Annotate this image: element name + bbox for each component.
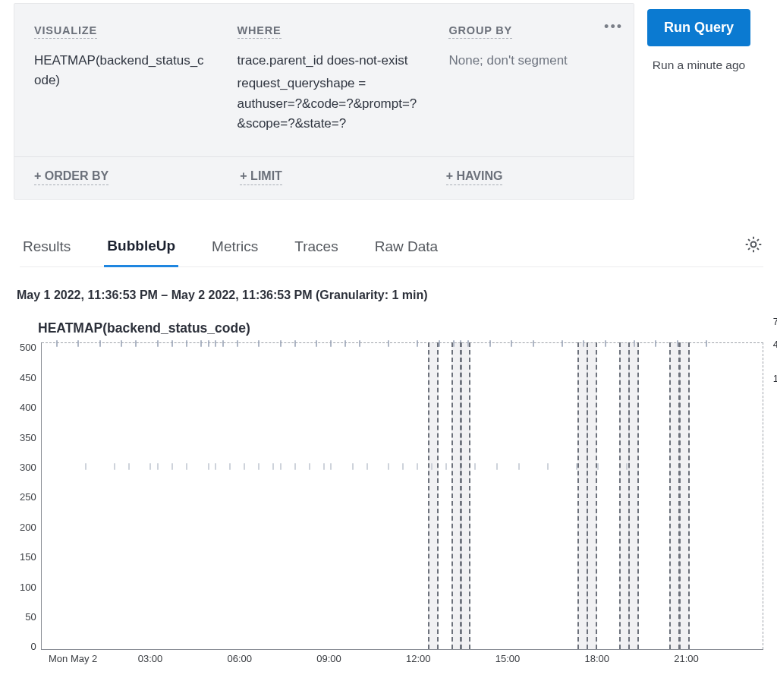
where-line-1: trace.parent_id does-not-exist	[238, 51, 419, 71]
chart-title: HEATMAP(backend_status_code)	[38, 320, 763, 336]
tab-metrics[interactable]: Metrics	[209, 231, 261, 266]
where-column[interactable]: WHERE trace.parent_id does-not-exist req…	[238, 24, 419, 134]
add-limit[interactable]: + LIMIT	[240, 169, 282, 185]
svg-point-0	[751, 242, 757, 248]
time-range: May 1 2022, 11:36:53 PM – May 2 2022, 11…	[17, 289, 763, 302]
tab-rawdata[interactable]: Raw Data	[372, 231, 441, 266]
query-builder: VISUALIZE HEATMAP(backend_status_code) W…	[14, 3, 634, 200]
tab-bubbleup[interactable]: BubbleUp	[104, 230, 178, 267]
run-query-button[interactable]: Run Query	[647, 9, 750, 46]
more-icon[interactable]: •••	[604, 19, 623, 35]
tabs-bar: Results BubbleUp Metrics Traces Raw Data	[20, 230, 763, 267]
add-having[interactable]: + HAVING	[446, 169, 503, 185]
plot-area[interactable]	[41, 342, 763, 650]
tab-traces[interactable]: Traces	[291, 231, 341, 266]
run-timestamp: Run a minute ago	[653, 57, 745, 74]
groupby-column[interactable]: GROUP BY None; don't segment	[448, 24, 621, 134]
visualize-value: HEATMAP(backend_status_code)	[34, 51, 207, 91]
y-axis: 500450400350300250200150100500	[20, 342, 41, 650]
heatmap-legend: 741	[771, 316, 777, 384]
where-line-2: request_queryshape = authuser=?&code=?&p…	[238, 74, 419, 134]
add-orderby[interactable]: + ORDER BY	[34, 169, 109, 185]
heatmap-chart[interactable]: HEATMAP(backend_status_code) 50045040035…	[20, 320, 763, 664]
tab-results[interactable]: Results	[20, 231, 74, 266]
run-panel: Run Query Run a minute ago	[634, 0, 763, 200]
groupby-value: None; don't segment	[448, 51, 621, 71]
groupby-label: GROUP BY	[448, 24, 511, 39]
x-axis: Mon May 203:0006:0009:0012:0015:0018:002…	[49, 653, 763, 664]
visualize-column[interactable]: VISUALIZE HEATMAP(backend_status_code)	[34, 24, 207, 134]
visualize-label: VISUALIZE	[34, 24, 97, 39]
where-label: WHERE	[238, 24, 282, 39]
gear-icon[interactable]	[744, 235, 763, 254]
